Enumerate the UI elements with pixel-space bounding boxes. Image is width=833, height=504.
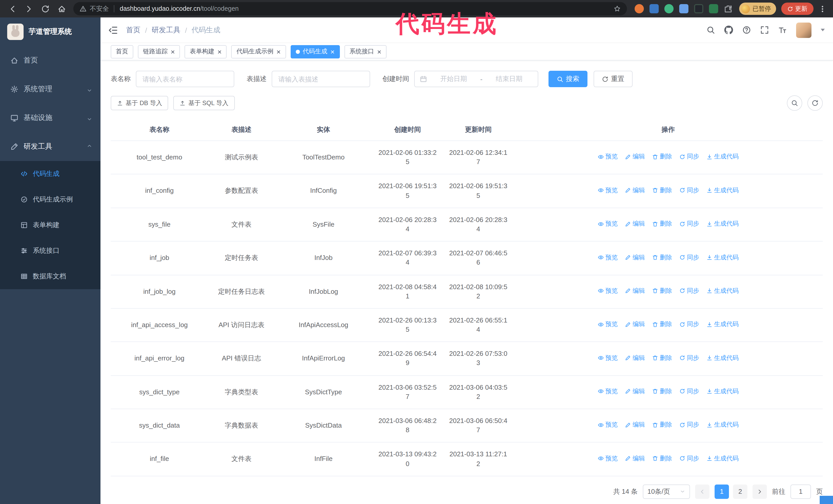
action-edit[interactable]: 编辑 xyxy=(625,387,645,396)
action-generate[interactable]: 生成代码 xyxy=(706,320,739,329)
action-generate[interactable]: 生成代码 xyxy=(706,421,739,429)
action-sync[interactable]: 同步 xyxy=(679,152,699,161)
action-generate[interactable]: 生成代码 xyxy=(706,152,739,161)
action-generate[interactable]: 生成代码 xyxy=(706,287,739,295)
action-preview[interactable]: 预览 xyxy=(598,354,618,362)
extension-icon-3[interactable] xyxy=(664,4,673,13)
action-delete[interactable]: 删除 xyxy=(652,454,672,463)
tab-system-api[interactable]: 系统接口× xyxy=(344,45,386,58)
action-generate[interactable]: 生成代码 xyxy=(706,387,739,396)
extension-icon-2[interactable] xyxy=(649,4,659,13)
action-edit[interactable]: 编辑 xyxy=(625,454,645,463)
action-delete[interactable]: 删除 xyxy=(652,219,672,228)
action-preview[interactable]: 预览 xyxy=(598,421,618,429)
table-name-input[interactable] xyxy=(136,71,234,87)
action-delete[interactable]: 删除 xyxy=(652,253,672,262)
sidebar-item-system[interactable]: 系统管理 xyxy=(0,75,100,103)
tab-codegen-example[interactable]: 代码生成示例× xyxy=(232,45,286,58)
help-icon[interactable] xyxy=(742,26,751,34)
page-size-select[interactable]: 10条/页 xyxy=(643,484,690,499)
action-edit[interactable]: 编辑 xyxy=(625,253,645,262)
page-button-1[interactable]: 1 xyxy=(715,484,729,499)
action-preview[interactable]: 预览 xyxy=(598,186,618,195)
sidebar-item-dev-tools[interactable]: 研发工具 xyxy=(0,132,100,161)
sidebar-subitem-db-doc[interactable]: 数据库文档 xyxy=(0,264,100,289)
browser-update-button[interactable]: 更新 xyxy=(781,3,813,15)
action-edit[interactable]: 编辑 xyxy=(625,287,645,295)
action-sync[interactable]: 同步 xyxy=(679,253,699,262)
extension-icon-5[interactable] xyxy=(694,4,703,13)
import-sql-button[interactable]: 基于 SQL 导入 xyxy=(173,96,235,110)
close-icon[interactable]: × xyxy=(217,48,221,55)
caret-down-icon[interactable] xyxy=(821,29,825,31)
action-generate[interactable]: 生成代码 xyxy=(706,454,739,463)
puzzle-icon[interactable] xyxy=(724,4,733,13)
reload-icon[interactable] xyxy=(41,4,50,13)
tab-codegen[interactable]: 代码生成× xyxy=(290,45,340,58)
tab-home[interactable]: 首页 xyxy=(111,45,133,58)
close-icon[interactable]: × xyxy=(277,48,281,55)
search-icon[interactable] xyxy=(706,26,715,34)
action-delete[interactable]: 删除 xyxy=(652,354,672,362)
reset-button[interactable]: 重置 xyxy=(594,71,633,87)
action-preview[interactable]: 预览 xyxy=(598,253,618,262)
action-preview[interactable]: 预览 xyxy=(598,454,618,463)
hamburger-icon[interactable] xyxy=(108,25,118,35)
profile-badge[interactable]: 已暂停 xyxy=(739,3,776,15)
search-button[interactable]: 搜索 xyxy=(548,71,588,87)
jump-page-input[interactable] xyxy=(790,484,811,499)
sidebar-subitem-codegen[interactable]: 代码生成 xyxy=(0,161,100,187)
action-delete[interactable]: 删除 xyxy=(652,287,672,295)
toggle-search-button[interactable] xyxy=(787,95,802,111)
prev-page-button[interactable] xyxy=(695,484,710,499)
close-icon[interactable]: × xyxy=(171,48,175,55)
close-icon[interactable]: × xyxy=(377,48,381,55)
table-desc-input[interactable] xyxy=(272,71,370,87)
extension-icon-4[interactable] xyxy=(679,4,688,13)
breadcrumb-devtools[interactable]: 研发工具 xyxy=(152,25,181,34)
action-delete[interactable]: 删除 xyxy=(652,320,672,329)
action-edit[interactable]: 编辑 xyxy=(625,186,645,195)
extension-icon-6[interactable] xyxy=(709,4,718,13)
sidebar-item-infra[interactable]: 基础设施 xyxy=(0,103,100,132)
action-sync[interactable]: 同步 xyxy=(679,219,699,228)
font-size-icon[interactable] xyxy=(778,26,787,34)
action-sync[interactable]: 同步 xyxy=(679,454,699,463)
sidebar-subitem-system-api[interactable]: 系统接口 xyxy=(0,238,100,264)
sidebar-subitem-form-builder[interactable]: 表单构建 xyxy=(0,212,100,238)
next-page-button[interactable] xyxy=(753,484,767,499)
back-icon[interactable] xyxy=(8,4,17,13)
action-sync[interactable]: 同步 xyxy=(679,387,699,396)
action-preview[interactable]: 预览 xyxy=(598,320,618,329)
action-delete[interactable]: 删除 xyxy=(652,152,672,161)
action-edit[interactable]: 编辑 xyxy=(625,354,645,362)
page-button-2[interactable]: 2 xyxy=(733,484,747,499)
action-preview[interactable]: 预览 xyxy=(598,152,618,161)
sidebar-item-home[interactable]: 首页 xyxy=(0,46,100,75)
action-preview[interactable]: 预览 xyxy=(598,219,618,228)
action-sync[interactable]: 同步 xyxy=(679,287,699,295)
refresh-table-button[interactable] xyxy=(807,95,823,111)
browser-menu-icon[interactable] xyxy=(819,5,826,13)
action-generate[interactable]: 生成代码 xyxy=(706,253,739,262)
action-edit[interactable]: 编辑 xyxy=(625,320,645,329)
tab-form-builder[interactable]: 表单构建× xyxy=(185,45,227,58)
sidebar-subitem-codegen-example[interactable]: 代码生成示例 xyxy=(0,187,100,212)
avatar[interactable] xyxy=(796,22,811,38)
import-db-button[interactable]: 基于 DB 导入 xyxy=(111,96,168,110)
logo[interactable]: 芋道管理系统 xyxy=(0,18,100,46)
action-delete[interactable]: 删除 xyxy=(652,387,672,396)
address-bar[interactable]: 不安全 dashboard.yudao.iocoder.cn/tool/code… xyxy=(73,2,627,16)
action-generate[interactable]: 生成代码 xyxy=(706,354,739,362)
action-preview[interactable]: 预览 xyxy=(598,387,618,396)
action-generate[interactable]: 生成代码 xyxy=(706,219,739,228)
action-preview[interactable]: 预览 xyxy=(598,287,618,295)
action-edit[interactable]: 编辑 xyxy=(625,219,645,228)
action-sync[interactable]: 同步 xyxy=(679,421,699,429)
action-sync[interactable]: 同步 xyxy=(679,186,699,195)
browser-home-icon[interactable] xyxy=(57,4,66,13)
action-delete[interactable]: 删除 xyxy=(652,186,672,195)
tab-tracer[interactable]: 链路追踪× xyxy=(138,45,180,58)
bookmark-star-icon[interactable] xyxy=(614,5,621,12)
forward-icon[interactable] xyxy=(25,4,33,13)
